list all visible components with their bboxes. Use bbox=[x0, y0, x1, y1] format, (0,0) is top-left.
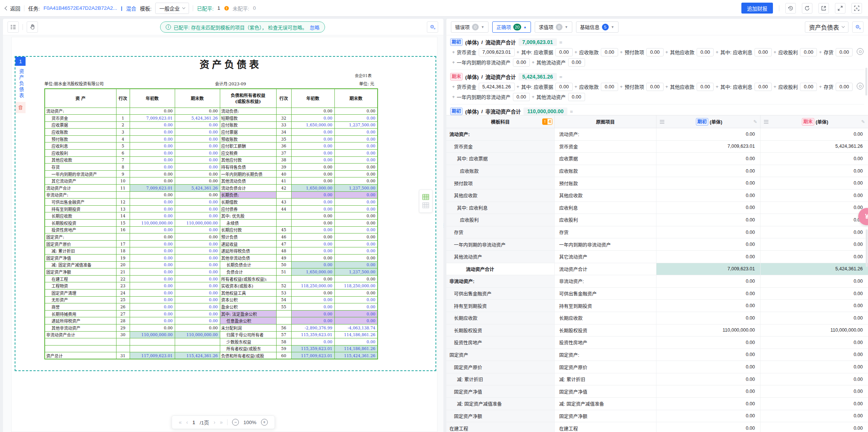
liability-end-value[interactable]: 0.00 bbox=[334, 317, 378, 324]
begin-value-cell[interactable]: 0.00 bbox=[656, 275, 761, 287]
begin-value-cell[interactable]: 0.00 bbox=[656, 251, 761, 263]
begin-value-cell[interactable]: 0.00 bbox=[656, 300, 761, 312]
scrollbar-thumb[interactable] bbox=[866, 229, 868, 267]
match-row[interactable]: 其中: 应收票据应收票据0.000.00 bbox=[446, 153, 868, 165]
begin-value-cell[interactable]: 0.00 bbox=[656, 373, 761, 385]
liability-begin-value[interactable]: 118,250,000.00 bbox=[291, 282, 334, 290]
term-value[interactable]: 0.00 bbox=[568, 58, 585, 67]
liability-begin-value[interactable]: 0.00 bbox=[291, 170, 334, 177]
fullscreen-button[interactable] bbox=[835, 3, 845, 14]
match-row[interactable]: 一年内到期的非流动资产一年内到期的非流动资产0.000.00 bbox=[446, 238, 868, 251]
asset-end-value[interactable]: 5,424,361.26 bbox=[175, 185, 220, 192]
asset-end-value[interactable]: 0.00 bbox=[175, 254, 220, 261]
match-row[interactable]: 减: 固定资产减值准备减: 固定资产减值准备0.000.00 bbox=[446, 398, 868, 410]
asset-end-value[interactable]: 0.00 bbox=[175, 170, 220, 177]
asset-begin-value[interactable]: 0.00 bbox=[130, 177, 175, 185]
end-value-cell[interactable]: 0.00 bbox=[761, 214, 868, 226]
panel-resize-handle[interactable]: ⋮⋮ bbox=[443, 19, 446, 432]
asset-end-value[interactable]: 0.00 bbox=[175, 177, 220, 185]
begin-value-cell[interactable]: 0.00 bbox=[656, 422, 761, 432]
liability-begin-value[interactable]: 0.00 bbox=[291, 247, 334, 255]
begin-value-cell[interactable]: 0.00 bbox=[656, 361, 761, 373]
eye-icon[interactable] bbox=[857, 48, 863, 55]
asset-begin-value[interactable]: 0.00 bbox=[130, 324, 175, 331]
term-value[interactable]: 0.00 bbox=[646, 83, 663, 91]
edit-pencil-icon[interactable]: ✎ bbox=[861, 119, 865, 124]
end-value-cell[interactable]: 0.00 bbox=[761, 189, 868, 202]
liability-end-value[interactable]: 1,237,500.00 bbox=[334, 268, 378, 276]
term-value[interactable]: 0.00 bbox=[836, 83, 853, 91]
liability-end-value[interactable]: 0.00 bbox=[334, 226, 378, 233]
liability-end-value[interactable]: -4,063,138.74 bbox=[334, 324, 378, 331]
liability-begin-value[interactable]: 0.00 bbox=[291, 150, 334, 157]
end-value-cell[interactable]: 0.00 bbox=[761, 300, 868, 312]
liability-end-value[interactable]: 0.00 bbox=[334, 261, 378, 268]
match-row[interactable]: 长期应收款长期应收款0.000.00 bbox=[446, 312, 868, 324]
audit-settings-button[interactable] bbox=[852, 21, 863, 33]
asset-end-value[interactable]: 0.00 bbox=[175, 233, 220, 241]
match-row[interactable]: 固定资产净额固定资产净额0.000.00 bbox=[446, 410, 868, 423]
outline-toggle-button[interactable] bbox=[8, 21, 19, 33]
liability-begin-value[interactable]: 0.00 bbox=[291, 108, 334, 115]
term-value[interactable]: 0.00 bbox=[697, 48, 714, 56]
liability-begin-value[interactable]: 0.00 bbox=[291, 191, 334, 199]
zoom-in-button[interactable]: + bbox=[261, 419, 268, 426]
liability-end-value[interactable]: 0.00 bbox=[334, 170, 378, 177]
liability-begin-value[interactable]: 0.00 bbox=[291, 303, 334, 311]
asset-begin-value[interactable]: 0.00 bbox=[130, 135, 175, 142]
asset-end-value[interactable]: 0.00 bbox=[175, 247, 220, 255]
term-value[interactable]: 0.00 bbox=[697, 83, 714, 91]
liability-end-value[interactable]: 114,186,861.26 bbox=[334, 345, 378, 352]
liability-end-value[interactable]: 0.00 bbox=[334, 303, 378, 311]
end-value-cell[interactable]: 0.00 bbox=[761, 275, 868, 287]
liability-begin-value[interactable]: 0.00 bbox=[291, 254, 334, 261]
filter-button-求值项[interactable]: 求值项0▼ bbox=[535, 21, 572, 33]
asset-end-value[interactable]: 0.00 bbox=[175, 199, 220, 206]
match-row[interactable]: 流动资产合计流动资产合计7,009,623.015,424,361.26 bbox=[446, 263, 868, 276]
match-row[interactable]: 投资性房地产投资性房地产0.000.00 bbox=[446, 337, 868, 349]
liability-end-value[interactable]: 0.00 bbox=[334, 233, 378, 241]
asset-end-value[interactable]: 0.00 bbox=[175, 310, 220, 317]
term-value[interactable]: 0.00 bbox=[513, 93, 530, 101]
asset-begin-value[interactable]: 0.00 bbox=[130, 247, 175, 255]
prev-page-button[interactable]: ‹ bbox=[186, 419, 188, 425]
end-value-cell[interactable]: 0.00 bbox=[761, 410, 868, 422]
match-row[interactable]: 持有至到期投资持有至到期投资0.000.00 bbox=[446, 300, 868, 312]
match-row[interactable]: 其中: 应收利息应收利息0.000.00 bbox=[446, 202, 868, 214]
liability-end-value[interactable]: 118,250,000.00 bbox=[334, 282, 378, 290]
liability-end-value[interactable]: 0.00 bbox=[334, 156, 378, 164]
asset-end-value[interactable]: 0.00 bbox=[175, 261, 220, 268]
liability-end-value[interactable]: 0.00 bbox=[334, 254, 378, 261]
term-value[interactable]: 0.00 bbox=[800, 83, 817, 91]
liability-end-value[interactable]: 0.00 bbox=[334, 199, 378, 206]
next-page-button[interactable]: › bbox=[213, 419, 215, 425]
asset-begin-value[interactable]: 0.00 bbox=[130, 129, 175, 136]
begin-value-cell[interactable]: 0.00 bbox=[656, 312, 761, 324]
template-select[interactable]: 一般企业 bbox=[155, 3, 189, 14]
end-value-cell[interactable]: 0.00 bbox=[761, 288, 868, 300]
liability-end-value[interactable]: 0.00 bbox=[334, 108, 378, 115]
asset-end-value[interactable]: 0.00 bbox=[175, 296, 220, 303]
filter-button-基础信息[interactable]: 基础信息5▼ bbox=[576, 21, 618, 33]
asset-begin-value[interactable]: 0.00 bbox=[130, 289, 175, 296]
match-row[interactable]: 应收股利应收股利0.000.00 bbox=[446, 214, 868, 226]
asset-end-value[interactable]: 110,000,000.00 bbox=[175, 331, 220, 338]
end-value-cell[interactable]: 0.00 bbox=[761, 251, 868, 263]
begin-value-cell[interactable]: 0.00 bbox=[656, 337, 761, 349]
match-row[interactable]: 长期股权投资长期股权投资110,000,000.00110,000,000.00 bbox=[446, 324, 868, 337]
filter-button-错误项[interactable]: 错误项0▼ bbox=[451, 21, 488, 33]
asset-begin-value[interactable]: 0.00 bbox=[130, 254, 175, 261]
asset-end-value[interactable]: 0.00 bbox=[175, 240, 220, 247]
asset-end-value[interactable]: 0.00 bbox=[175, 303, 220, 311]
asset-begin-value[interactable]: 0.00 bbox=[130, 261, 175, 268]
end-value-cell[interactable]: 0.00 bbox=[761, 165, 868, 177]
asset-begin-value[interactable]: 0.00 bbox=[130, 212, 175, 220]
liability-begin-value[interactable]: 0.00 bbox=[291, 296, 334, 303]
end-value-cell[interactable]: 0.00 bbox=[761, 373, 868, 385]
begin-value-cell[interactable]: 0.00 bbox=[656, 238, 761, 250]
asset-begin-value[interactable]: 0.00 bbox=[130, 199, 175, 206]
begin-value-cell[interactable]: 0.00 bbox=[656, 128, 761, 140]
liability-begin-value[interactable]: 0.00 bbox=[291, 233, 334, 241]
match-row[interactable]: 其他流动资产其它流动资产0.000.00 bbox=[446, 251, 868, 263]
liability-end-value[interactable]: 0.00 bbox=[334, 150, 378, 157]
